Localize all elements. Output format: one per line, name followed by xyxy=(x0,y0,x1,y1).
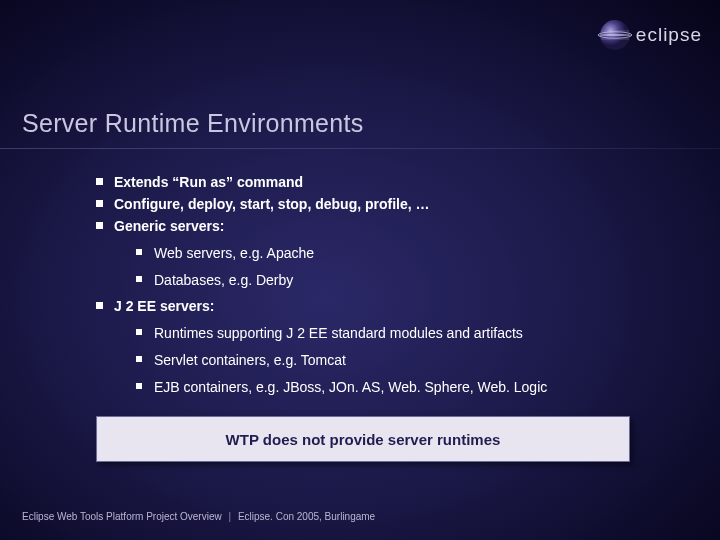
bullet-text: Runtimes supporting J 2 EE standard modu… xyxy=(154,324,523,343)
bullet-square-icon xyxy=(136,356,142,362)
bullet-text: EJB containers, e.g. JBoss, JOn. AS, Web… xyxy=(154,378,547,397)
bullet-text: Servlet containers, e.g. Tomcat xyxy=(154,351,346,370)
bullet-square-icon xyxy=(96,200,103,207)
eclipse-logo: eclipse xyxy=(598,18,702,52)
svg-point-2 xyxy=(598,34,632,36)
eclipse-orb-icon xyxy=(598,18,632,52)
footer-left-text: Eclipse Web Tools Platform Project Overv… xyxy=(22,511,222,522)
bullet-item: Generic servers: xyxy=(96,217,690,236)
bullet-item: J 2 EE servers: xyxy=(96,297,690,316)
title-divider xyxy=(0,148,720,149)
bullet-item: Configure, deploy, start, stop, debug, p… xyxy=(96,195,690,214)
bullet-square-icon xyxy=(96,222,103,229)
slide-title: Server Runtime Environments xyxy=(22,109,364,138)
slide-content: Extends “Run as” command Configure, depl… xyxy=(96,173,690,405)
bullet-square-icon xyxy=(136,383,142,389)
bullet-square-icon xyxy=(96,178,103,185)
sub-bullet-item: Servlet containers, e.g. Tomcat xyxy=(136,351,690,370)
sub-bullet-item: Databases, e.g. Derby xyxy=(136,271,690,290)
logo-text: eclipse xyxy=(636,24,702,46)
bullet-text: Generic servers: xyxy=(114,217,225,236)
bullet-square-icon xyxy=(136,276,142,282)
bullet-text: Configure, deploy, start, stop, debug, p… xyxy=(114,195,430,214)
sub-bullet-item: EJB containers, e.g. JBoss, JOn. AS, Web… xyxy=(136,378,690,397)
bullet-square-icon xyxy=(136,329,142,335)
sub-bullet-item: Runtimes supporting J 2 EE standard modu… xyxy=(136,324,690,343)
sub-bullet-item: Web servers, e.g. Apache xyxy=(136,244,690,263)
slide-footer: Eclipse Web Tools Platform Project Overv… xyxy=(22,511,375,522)
bullet-square-icon xyxy=(136,249,142,255)
bullet-text: Databases, e.g. Derby xyxy=(154,271,293,290)
bullet-text: J 2 EE servers: xyxy=(114,297,214,316)
footer-right-text: Eclipse. Con 2005, Burlingame xyxy=(238,511,375,522)
bullet-text: Extends “Run as” command xyxy=(114,173,303,192)
footer-separator: | xyxy=(228,511,231,522)
bullet-square-icon xyxy=(96,302,103,309)
callout-box: WTP does not provide server runtimes xyxy=(96,416,630,462)
callout-text: WTP does not provide server runtimes xyxy=(226,431,501,448)
bullet-text: Web servers, e.g. Apache xyxy=(154,244,314,263)
bullet-item: Extends “Run as” command xyxy=(96,173,690,192)
